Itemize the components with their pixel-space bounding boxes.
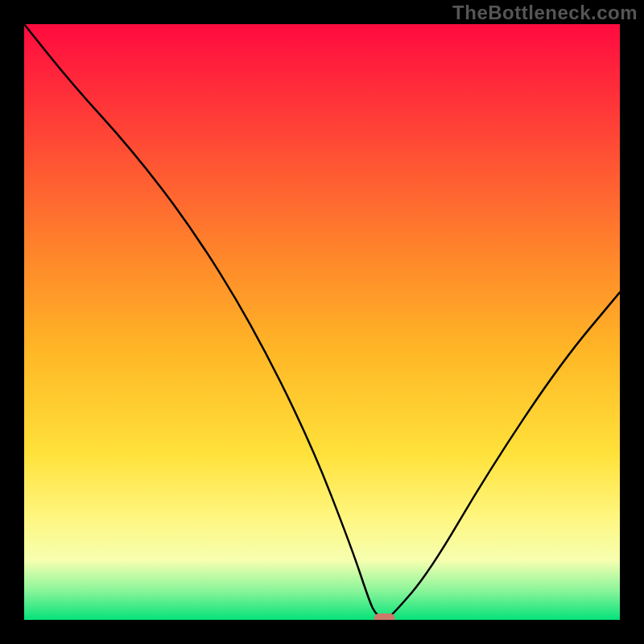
plot-area [24, 24, 620, 620]
optimal-point-marker [374, 613, 395, 620]
watermark-label: TheBottleneck.com [452, 2, 638, 24]
curve-layer [24, 24, 620, 620]
bottleneck-curve [24, 24, 620, 618]
chart-frame: TheBottleneck.com [0, 0, 644, 644]
